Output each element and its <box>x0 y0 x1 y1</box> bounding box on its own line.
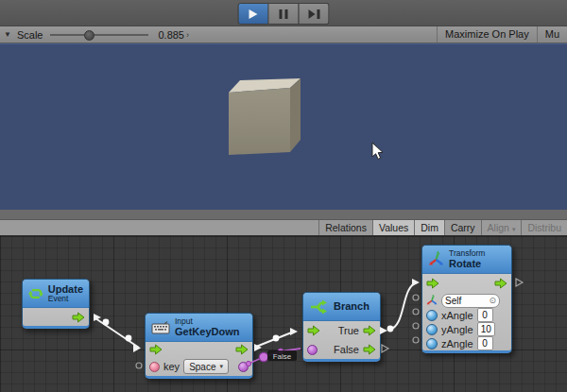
value-droplet <box>259 352 267 361</box>
scale-value: 0.885 <box>158 29 184 41</box>
graph-canvas[interactable]: False <box>0 236 567 392</box>
carry-button[interactable]: Carry <box>444 220 481 236</box>
value-badge: False <box>267 350 297 361</box>
unconnected-port-indicator <box>413 323 419 329</box>
scale-slider-handle[interactable] <box>84 30 94 41</box>
main-toolbar <box>0 0 567 26</box>
play-button[interactable] <box>238 3 269 25</box>
pause-button[interactable] <box>269 3 300 25</box>
value-droplet <box>246 361 250 366</box>
game-view[interactable] <box>0 43 567 210</box>
game-view-toolbar: ▼ Scale 0.885 › Maximize On Play Mu <box>0 26 567 43</box>
flow-droplet <box>387 326 394 332</box>
display-dropdown-icon[interactable]: ▼ <box>4 30 11 39</box>
flow-droplet <box>273 335 280 342</box>
unconnected-port-indicator <box>413 309 419 315</box>
scale-slider-track <box>50 34 148 36</box>
step-button[interactable] <box>300 3 330 25</box>
dim-button[interactable]: Dim <box>414 220 444 236</box>
unconnected-flow-indicator <box>516 279 523 286</box>
chevron-right-icon: › <box>186 30 189 40</box>
pause-icon <box>280 9 288 19</box>
unconnected-flow-indicator <box>382 345 388 352</box>
play-icon <box>249 9 258 19</box>
connection-update-to-getkeydown[interactable] <box>94 314 141 352</box>
chevron-down-icon: ▾ <box>512 226 516 232</box>
unconnected-port-indicator <box>413 295 419 300</box>
distribute-button: Distribu <box>521 220 567 236</box>
step-icon <box>308 9 319 19</box>
scale-slider[interactable] <box>50 29 148 41</box>
connection-branch-true-to-rotate[interactable] <box>380 279 420 334</box>
unity-editor-window: ▼ Scale 0.885 › Maximize On Play Mu <box>0 0 567 392</box>
mouse-cursor <box>372 143 383 159</box>
value-badge-text: False <box>273 352 292 361</box>
mute-audio-button[interactable]: Mu <box>537 26 567 43</box>
panel-splitter[interactable] <box>0 210 567 220</box>
unconnected-port-indicator <box>136 363 142 368</box>
flow-droplet <box>103 319 110 326</box>
values-button[interactable]: Values <box>372 220 414 236</box>
flow-droplet <box>126 335 132 342</box>
relations-button[interactable]: Relations <box>318 220 372 236</box>
graph-toolbar: Relations Values Dim Carry Align ▾ Distr… <box>0 220 567 236</box>
playback-controls <box>238 3 330 25</box>
align-button: Align ▾ <box>481 220 522 236</box>
cube <box>229 78 301 155</box>
connection-getkeydown-to-branch[interactable] <box>254 328 298 351</box>
maximize-on-play-button[interactable]: Maximize On Play <box>437 26 537 43</box>
unconnected-port-indicator <box>413 337 419 343</box>
scale-label: Scale <box>17 29 43 41</box>
